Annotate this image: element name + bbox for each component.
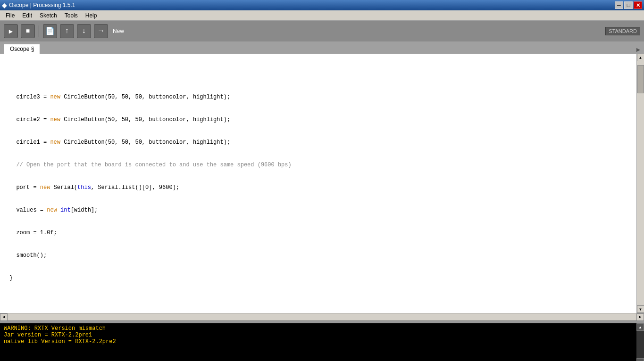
code-line: zoom = 1.0f; [4, 229, 633, 237]
minimize-button[interactable]: ─ [615, 1, 623, 9]
code-line: circle2 = new CircleButton(50, 50, 50, b… [4, 116, 633, 123]
code-line: port = new Serial(this, Serial.list()[0]… [4, 184, 633, 191]
console-area: WARNING: RXTX Version mismatch Jar versi… [0, 323, 644, 361]
close-button[interactable]: ✕ [634, 1, 642, 9]
standard-label: STANDARD [605, 27, 640, 35]
toolbar-separator-1 [39, 25, 39, 37]
new-label: New [113, 28, 124, 34]
tab-arrow[interactable]: ► [633, 46, 644, 54]
save-icon: ↓ [82, 27, 86, 35]
code-line: } [4, 274, 633, 282]
menu-help[interactable]: Help [82, 11, 101, 20]
open-button[interactable]: ↑ [60, 24, 74, 38]
scroll-down-arrow[interactable]: ▼ [637, 305, 644, 313]
run-icon: ▶ [9, 27, 13, 35]
menu-sketch[interactable]: Sketch [36, 11, 61, 20]
console-line-1: WARNING: RXTX Version mismatch [4, 325, 640, 332]
code-line: smooth(); [4, 252, 633, 259]
menu-bar: File Edit Sketch Tools Help [0, 10, 644, 21]
code-line: // Open the port that the board is conne… [4, 161, 633, 169]
scroll-thumb[interactable] [637, 65, 644, 93]
title-bar-controls: ─ □ ✕ [615, 1, 642, 9]
code-area[interactable]: circle3 = new CircleButton(50, 50, 50, b… [0, 54, 636, 313]
editor-container: circle3 = new CircleButton(50, 50, 50, b… [0, 54, 644, 313]
tab-label: Oscope § [10, 46, 34, 52]
window-title: Oscope | Processing 1.5.1 [9, 2, 75, 8]
console-line-3: native lib Version = RXTX-2.2pre2 [4, 338, 640, 345]
menu-edit[interactable]: Edit [18, 11, 36, 20]
console-line-2: Jar version = RXTX-2.2pre1 [4, 332, 640, 338]
scroll-left-arrow[interactable]: ◄ [0, 313, 8, 321]
export-icon: → [99, 27, 103, 35]
maximize-button[interactable]: □ [624, 1, 633, 9]
stop-icon: ■ [26, 27, 30, 35]
run-button[interactable]: ▶ [4, 24, 18, 38]
horizontal-scrollbar[interactable]: ◄ ► [0, 313, 644, 320]
console-scrollbar[interactable]: ▲ ▼ [636, 323, 644, 361]
oscope-tab[interactable]: Oscope § [4, 44, 40, 54]
code-line: circle1 = new CircleButton(50, 50, 50, b… [4, 139, 633, 146]
export-button[interactable]: → [94, 24, 108, 38]
scroll-up-arrow[interactable]: ▲ [637, 54, 644, 61]
code-content: circle3 = new CircleButton(50, 50, 50, b… [0, 71, 636, 313]
code-line: values = new int[width]; [4, 206, 633, 214]
save-button[interactable]: ↓ [77, 24, 91, 38]
title-bar: ◆ Oscope | Processing 1.5.1 ─ □ ✕ [0, 0, 644, 10]
hscroll-track [8, 313, 636, 320]
new-button[interactable]: 📄 [43, 24, 57, 38]
tab-bar: Oscope § ► [0, 41, 644, 54]
title-bar-left: ◆ Oscope | Processing 1.5.1 [2, 1, 75, 9]
vertical-scrollbar[interactable]: ▲ ▼ [636, 54, 644, 313]
menu-file[interactable]: File [2, 11, 18, 20]
app-icon: ◆ [2, 1, 7, 9]
menu-tools[interactable]: Tools [61, 11, 82, 20]
stop-button[interactable]: ■ [21, 24, 35, 38]
console-scroll-up[interactable]: ▲ [636, 323, 644, 331]
open-icon: ↑ [65, 27, 69, 35]
scroll-right-arrow[interactable]: ► [636, 313, 644, 321]
console-scroll-down[interactable]: ▼ [636, 358, 644, 361]
code-line: circle3 = new CircleButton(50, 50, 50, b… [4, 93, 633, 101]
toolbar: ▶ ■ 📄 ↑ ↓ → New STANDARD [0, 21, 644, 41]
new-icon: 📄 [45, 26, 55, 36]
code-line [4, 297, 633, 304]
